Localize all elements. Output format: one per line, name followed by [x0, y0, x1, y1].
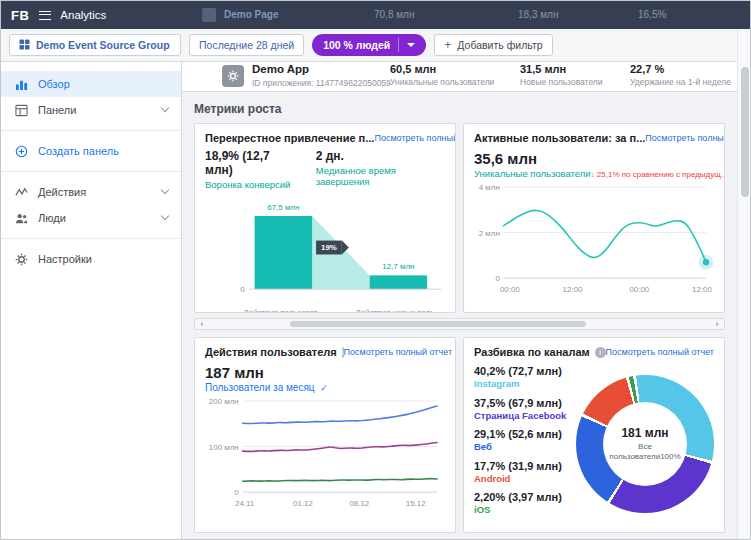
- card-cross-acquisition: Перекрестное привлечение п... Посмотреть…: [194, 123, 456, 313]
- app-metric: 60,5 млн Уникальные пользователи: [390, 63, 494, 87]
- ghost-row-value: 70,8 млн: [374, 9, 414, 20]
- donut-center: 181 млн Все пользователи100%: [603, 402, 687, 486]
- funnel-chart: 067,5 млн12,7 млн19%Действия пользоват..…: [205, 190, 445, 313]
- svg-text:08.12: 08.12: [349, 499, 369, 508]
- sidebar-divider: [1, 130, 181, 131]
- chevron-down-icon: [161, 186, 169, 194]
- app-metric: 31,5 млн Новые пользователи: [520, 63, 603, 87]
- cards-row-2: Действия пользователя i Посмотреть полны…: [194, 337, 725, 533]
- vertical-scrollbar[interactable]: [737, 29, 750, 539]
- plus-icon: +: [444, 38, 451, 52]
- svg-text:15.12: 15.12: [406, 499, 426, 508]
- app-id-line: ID приложения: 1147749622050059: [252, 78, 391, 88]
- sidebar-item-create-dashboard[interactable]: Создать панель: [1, 138, 181, 164]
- ghost-row-value: 18,3 млн: [518, 9, 558, 20]
- gear-icon: [14, 253, 29, 266]
- entity-grid-icon: [19, 39, 30, 52]
- channel-name: Instagram: [474, 378, 572, 389]
- percent-of-people-filter-button[interactable]: 100 % людей: [312, 34, 426, 56]
- svg-text:19%: 19%: [321, 243, 337, 252]
- sidebar-item-overview[interactable]: Обзор: [1, 71, 181, 97]
- check-icon: ✓: [320, 383, 328, 393]
- card-user-actions: Действия пользователя i Посмотреть полны…: [194, 337, 456, 533]
- page-thumbnail-icon: [202, 8, 216, 22]
- funnel-stat-2: 2 дн. Медианное время завершения: [316, 149, 445, 190]
- percent-filter-label: 100 % людей: [323, 39, 390, 51]
- card-title: Активные пользователи: за п...: [474, 132, 645, 144]
- card-title: Действия пользователя: [205, 346, 337, 358]
- top-header-bar: FB Analytics Demo Page 70,8 млн 18,3 млн…: [1, 1, 750, 29]
- user-actions-chart: 200 млн100 млн024.1101.1208.1215.12: [205, 393, 445, 512]
- card-active-users: Активные пользователи: за п... Посмотрет…: [463, 123, 725, 313]
- sidebar-item-settings[interactable]: Настройки: [1, 246, 181, 272]
- main-content: Demo App ID приложения: 1147749622050059…: [182, 62, 737, 539]
- stat-value: 18,9% (12,7 млн): [205, 149, 296, 177]
- metric-value: 31,5 млн: [520, 63, 603, 75]
- app-name: Demo App: [252, 63, 309, 75]
- user-actions-value: 187 млн: [205, 364, 445, 381]
- sidebar-divider: [1, 171, 181, 172]
- dashboard-icon: [14, 104, 29, 117]
- donut-chart-area: 181 млн Все пользователи100%: [576, 365, 714, 523]
- channel-name: Веб: [474, 441, 572, 452]
- donut-center-label: Все пользователи100%: [609, 442, 681, 462]
- date-range-button[interactable]: Последние 28 дней: [189, 34, 304, 56]
- users-per-month-filter[interactable]: Пользователи за месяц ✓: [205, 382, 445, 393]
- info-icon[interactable]: i: [595, 347, 606, 358]
- channel-item-android: 17,7% (31,9 млн) Android: [474, 460, 572, 484]
- circle-plus-icon: [14, 145, 29, 158]
- sidebar-item-label: Обзор: [38, 78, 70, 90]
- sidebar-item-people[interactable]: Люди: [1, 205, 181, 231]
- channel-name: Страница Facebook: [474, 410, 572, 421]
- view-full-report-link[interactable]: Посмотреть полный отчет: [645, 133, 725, 143]
- svg-text:12:00: 12:00: [563, 285, 583, 294]
- svg-text:Действия пользоват...: Действия пользоват...: [243, 308, 323, 313]
- channel-name: iOS: [474, 504, 572, 515]
- scroll-left-arrow[interactable]: ‹: [195, 319, 209, 329]
- view-full-report-link[interactable]: Посмотреть полный отчет: [374, 133, 456, 143]
- svg-text:Действия новых поль...: Действия новых поль...: [356, 308, 442, 313]
- view-full-report-link[interactable]: Посмотреть полный отчет: [606, 347, 714, 357]
- svg-text:12,7 млн: 12,7 млн: [382, 262, 414, 271]
- sidebar-item-dashboards[interactable]: Панели: [1, 97, 181, 123]
- sidebar-item-events[interactable]: Действия: [1, 179, 181, 205]
- chevron-down-icon: [161, 212, 169, 220]
- sidebar-item-label: Действия: [38, 186, 86, 198]
- horizontal-scrollbar-thumb[interactable]: [290, 321, 586, 327]
- analytics-app-window: FB Analytics Demo Page 70,8 млн 18,3 млн…: [0, 0, 751, 540]
- hamburger-menu-icon[interactable]: [39, 11, 51, 20]
- pulse-line-icon: [14, 186, 29, 199]
- svg-text:0: 0: [495, 274, 500, 283]
- add-filter-button[interactable]: + Добавить фильтр: [434, 34, 552, 56]
- channel-value: 37,5% (67,9 млн): [474, 397, 572, 409]
- entity-selector-button[interactable]: Demo Event Source Group: [9, 34, 181, 56]
- channel-value: 40,2% (72,7 млн): [474, 365, 572, 377]
- funnel-stat-1: 18,9% (12,7 млн) Воронка конверсий: [205, 149, 296, 190]
- metric-label: Новые пользователи: [520, 77, 603, 87]
- background-table-row[interactable]: Demo Page 70,8 млн 18,3 млн 16,5%: [182, 1, 737, 29]
- filter-toolbar: Demo Event Source Group Последние 28 дне…: [1, 29, 750, 62]
- filter-label: Пользователи за месяц: [205, 382, 315, 393]
- svg-text:00:00: 00:00: [629, 285, 649, 294]
- app-entity-row[interactable]: Demo App ID приложения: 1147749622050059…: [182, 62, 737, 92]
- scroll-right-arrow[interactable]: ›: [710, 319, 724, 329]
- svg-text:24.11: 24.11: [235, 499, 255, 508]
- card-title: Разбивка по каналам: [474, 346, 590, 358]
- svg-text:4 млн: 4 млн: [479, 183, 500, 192]
- bar-chart-icon: [14, 78, 29, 91]
- channel-item-web: 29,1% (52,6 млн) Веб: [474, 428, 572, 452]
- sidebar-item-label: Люди: [38, 212, 66, 224]
- date-range-label: Последние 28 дней: [199, 39, 294, 51]
- svg-text:00:00: 00:00: [500, 285, 520, 294]
- svg-text:100 млн: 100 млн: [209, 443, 239, 452]
- vertical-scrollbar-thumb[interactable]: [741, 67, 749, 197]
- horizontal-scrollbar[interactable]: ‹ ›: [194, 318, 725, 330]
- view-full-report-link[interactable]: Посмотреть полный отчет: [344, 347, 452, 357]
- button-divider: [398, 38, 399, 52]
- app-gear-icon: [222, 65, 244, 87]
- sidebar-item-label: Создать панель: [38, 145, 119, 157]
- caret-down-icon: [407, 43, 415, 47]
- app-metric: 22,7 % Удержание на 1-й неделе: [630, 63, 731, 87]
- stat-label: Воронка конверсий: [205, 179, 296, 190]
- sidebar-item-label: Панели: [38, 104, 76, 116]
